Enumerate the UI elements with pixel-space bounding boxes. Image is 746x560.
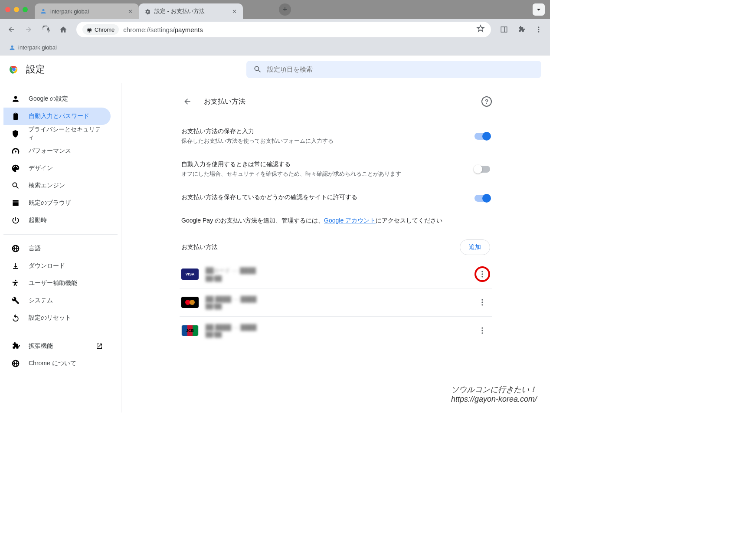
sidebar-item-system[interactable]: システム [3, 292, 111, 309]
sidebar-item-ext[interactable]: 拡張機能 [3, 337, 111, 355]
chrome-chip-label: Chrome [95, 26, 115, 33]
settings-sidebar: Google の設定 自動入力とパスワード プライバシーとセキュリティ パフォー… [0, 83, 121, 413]
window-minimize-button[interactable] [14, 7, 19, 12]
help-button[interactable]: ? [481, 96, 492, 107]
external-link-icon [96, 343, 103, 350]
browser-tab[interactable]: 設定 - お支払い方法 ✕ [139, 3, 243, 19]
sidebar-item-lang[interactable]: 言語 [3, 240, 111, 257]
menu-button[interactable] [531, 22, 546, 37]
settings-search-input[interactable] [267, 65, 534, 73]
url-text: chrome://settings/payments [123, 26, 203, 33]
search-icon [11, 181, 20, 190]
tab-favicon-icon [144, 8, 151, 15]
side-panel-button[interactable] [496, 22, 512, 37]
tabs-dropdown-button[interactable] [533, 3, 545, 16]
sidebar-item-label: プライバシーとセキュリティ [28, 126, 103, 141]
payment-card-row: ██ ████ ···· ████ ██/██ [180, 288, 492, 316]
globe-icon [11, 244, 20, 253]
tab-title: 設定 - お支払い方法 [154, 7, 227, 15]
person-icon [11, 95, 20, 103]
sidebar-item-design[interactable]: デザイン [3, 160, 111, 177]
sidebar-item-label: 拡張機能 [29, 342, 53, 350]
page-back-button[interactable] [180, 94, 195, 109]
bookmark-bar: interpark global [0, 40, 550, 56]
page-title: お支払い方法 [204, 97, 473, 106]
svg-point-4 [13, 68, 15, 71]
wrench-icon [11, 296, 20, 305]
toolbar: ◉ Chrome chrome://settings/payments [0, 19, 550, 40]
tab-close-button[interactable]: ✕ [127, 8, 134, 15]
sidebar-item-performance[interactable]: パフォーマンス [3, 142, 111, 160]
sidebar-item-label: 設定のリセット [29, 314, 71, 322]
sidebar-item-about[interactable]: Chrome について [3, 355, 111, 372]
setting-row-title: お支払い方法を保存しているかどうかの確認をサイトに許可する [181, 193, 468, 201]
address-bar[interactable]: ◉ Chrome chrome://settings/payments [76, 22, 491, 37]
toggle-switch[interactable] [474, 195, 490, 202]
setting-row: 自動入力を使用するときは常に確認する オフにした場合、セキュリティを確保するため… [180, 153, 492, 186]
sidebar-item-default[interactable]: 既定のブラウザ [3, 194, 111, 212]
sidebar-item-label: Google の設定 [29, 95, 68, 103]
sidebar-item-label: 自動入力とパスワード [29, 112, 89, 120]
card-brand-icon: JCB [181, 325, 199, 336]
bookmark-label: interpark global [18, 44, 57, 51]
payment-card-row: JCB ██ ████ ···· ████ ██/██ [180, 316, 492, 344]
tab-title: interpark global [50, 8, 123, 15]
window-maximize-button[interactable] [23, 7, 28, 12]
tab-favicon-icon [40, 8, 47, 15]
window-close-button[interactable] [5, 7, 10, 12]
sidebar-divider [3, 234, 118, 235]
google-pay-text: Google Pay のお支払い方法を追加、管理するには、Google アカウン… [180, 211, 492, 231]
card-expiry: ██/██ [206, 303, 468, 309]
sidebar-item-label: 検索エンジン [29, 182, 65, 190]
sidebar-item-search[interactable]: 検索エンジン [3, 177, 111, 194]
extensions-button[interactable] [514, 22, 529, 37]
bookmark-item[interactable]: interpark global [6, 43, 59, 53]
power-icon [11, 216, 20, 225]
card-name: ██カード ···· ████ [206, 267, 468, 275]
chrome-icon [11, 359, 20, 368]
card-expiry: ██/██ [206, 331, 468, 337]
puzzle-icon [11, 342, 20, 350]
bookmark-star-icon[interactable] [476, 24, 485, 35]
sidebar-item-label: ダウンロード [29, 262, 65, 270]
sidebar-item-startup[interactable]: 起動時 [3, 212, 111, 229]
sidebar-item-privacy[interactable]: プライバシーとセキュリティ [3, 125, 111, 142]
new-tab-button[interactable]: + [279, 3, 291, 16]
google-account-link[interactable]: Google アカウント [324, 217, 376, 224]
sidebar-item-a11y[interactable]: ユーザー補助機能 [3, 275, 111, 292]
title-bar: interpark global ✕ 設定 - お支払い方法 ✕ + [0, 0, 550, 19]
home-button[interactable] [56, 22, 71, 37]
palette-icon [11, 164, 20, 173]
sidebar-item-reset[interactable]: 設定のリセット [3, 309, 111, 327]
settings-main: お支払い方法 ? お支払い方法の保存と入力 保存したお支払い方法を使ってお支払い… [121, 83, 550, 413]
bookmark-favicon-icon [9, 44, 16, 51]
toggle-switch[interactable] [474, 166, 490, 173]
chrome-chip: ◉ Chrome [82, 24, 119, 35]
card-more-button[interactable] [474, 323, 490, 338]
toggle-switch[interactable] [474, 133, 490, 140]
settings-search-box[interactable] [246, 61, 541, 78]
tab-close-button[interactable]: ✕ [231, 8, 238, 15]
card-brand-icon: VISA [181, 269, 199, 280]
setting-row-subtitle: オフにした場合、セキュリティを確保するため、時々確認が求められることがあります [181, 170, 468, 178]
browser-tab[interactable]: interpark global ✕ [35, 3, 139, 19]
card-more-button[interactable] [474, 295, 490, 310]
setting-row-title: 自動入力を使用するときは常に確認する [181, 160, 468, 168]
forward-button[interactable] [21, 22, 36, 37]
window-icon [11, 199, 20, 207]
card-more-button[interactable] [474, 266, 490, 282]
reload-button[interactable] [38, 22, 54, 37]
sidebar-item-label: 起動時 [29, 216, 47, 224]
speed-icon [11, 147, 20, 155]
shield-icon [11, 129, 20, 138]
window-controls [5, 7, 28, 12]
a11y-icon [11, 279, 20, 288]
sidebar-item-label: 言語 [29, 245, 41, 252]
sidebar-item-autofill[interactable]: 自動入力とパスワード [3, 108, 111, 125]
payment-card-row: VISA ██カード ···· ████ ██/██ [180, 260, 492, 288]
sidebar-item-google[interactable]: Google の設定 [3, 90, 111, 108]
sidebar-item-download[interactable]: ダウンロード [3, 257, 111, 275]
back-button[interactable] [3, 22, 19, 37]
add-payment-button[interactable]: 追加 [460, 239, 490, 255]
setting-row-subtitle: 保存したお支払い方法を使ってお支払いフォームに入力する [181, 137, 468, 145]
